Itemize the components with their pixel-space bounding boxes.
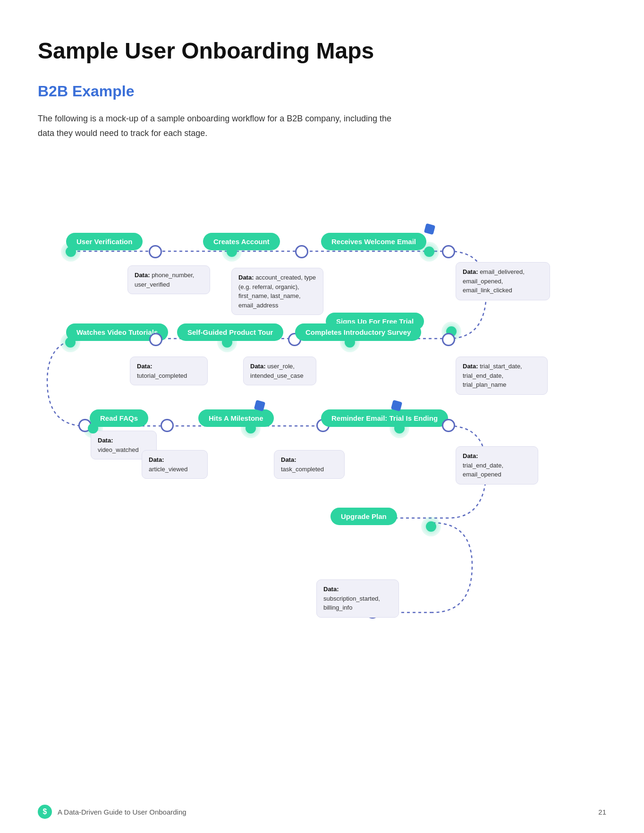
footer-text: A Data-Driven Guide to User Onboarding (58, 808, 186, 816)
data-box-upgrade: Data:subscription_started,billing_info (316, 579, 399, 618)
onboarding-diagram: User Verification Creates Account Receiv… (38, 169, 604, 712)
data-box-user-verification: Data: phone_number, user_verified (127, 265, 210, 294)
circle-outline-3a (161, 419, 174, 432)
data-box-creates-account: Data: account_created, type (e.g. referr… (231, 268, 323, 315)
circle-outline-1a (149, 245, 162, 258)
data-box-reminder-data: Data:trial_end_date,email_opened (456, 446, 538, 484)
node-user-verification: User Verification (66, 233, 143, 250)
node-receives-welcome: Receives Welcome Email (321, 233, 426, 250)
footer: $ A Data-Driven Guide to User Onboarding… (0, 805, 644, 819)
node-read-faqs: Read FAQs (90, 409, 148, 427)
section-title: B2B Example (38, 83, 606, 100)
data-box-task: Data: task_completed (274, 450, 345, 479)
page-number: 21 (598, 808, 606, 816)
data-box-welcome-email: Data: email_delivered, email_opened, ema… (456, 262, 550, 300)
circle-outline-3c (442, 419, 455, 432)
circle-outline-2c (442, 333, 455, 346)
data-box-user-role: Data: user_role, intended_use_case (243, 357, 316, 385)
data-box-trial: Data: trial_start_date, trial_end_date, … (456, 357, 548, 395)
data-box-article: Data: article_viewed (142, 450, 208, 479)
node-hits-milestone: Hits A Milestone (198, 409, 274, 427)
node-reminder-email: Reminder Email: Trial Is Ending (321, 409, 448, 427)
description: The following is a mock-up of a sample o… (38, 111, 406, 140)
node-completes-survey: Completes Introductory Survey (295, 323, 421, 341)
circle-outline-2a (149, 333, 162, 346)
node-creates-account: Creates Account (203, 233, 280, 250)
sq-icon-welcome (424, 223, 435, 235)
footer-logo: $ (38, 805, 52, 819)
circle-outline-1c (442, 245, 455, 258)
node-upgrade-plan: Upgrade Plan (330, 508, 397, 525)
page-title: Sample User Onboarding Maps (38, 38, 606, 64)
circle-outline-1b (295, 245, 308, 258)
data-box-tutorial: Data: tutorial_completed (130, 357, 208, 385)
